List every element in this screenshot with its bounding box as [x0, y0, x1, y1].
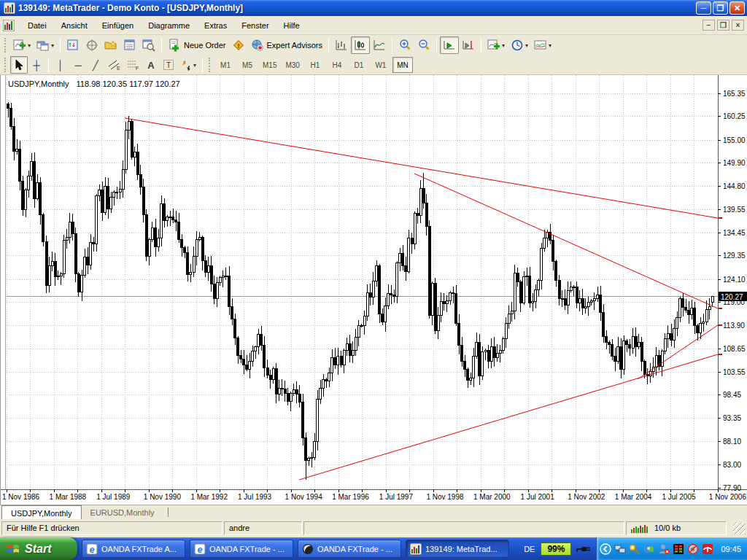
market-watch-button[interactable]	[63, 36, 82, 54]
navigator-button[interactable]	[82, 36, 101, 54]
timeframe-mn-button[interactable]: MN	[392, 57, 413, 73]
menu-ansicht[interactable]: Ansicht	[54, 18, 95, 33]
timeframe-d1-button[interactable]: D1	[349, 57, 369, 73]
auto-scroll-button[interactable]	[440, 36, 459, 54]
title-bar: 139149: MetaTrader - Demo Konto - [USDJP…	[0, 0, 747, 16]
vertical-line-tool-button[interactable]: │	[52, 56, 69, 74]
menu-fenster[interactable]: Fenster	[234, 18, 276, 33]
taskbar-button-label: OANDA FXTrade - ...	[317, 545, 392, 553]
toolbar-drag-handle[interactable]	[209, 58, 212, 72]
time-axis-labels[interactable]: 1 Nov 19861 Mar 19881 Jul 19891 Nov 1990…	[2, 489, 746, 501]
hide-icons-chevron[interactable]	[600, 543, 611, 555]
timeframe-m5-button[interactable]: M5	[237, 57, 258, 73]
bar-chart-type-button[interactable]	[332, 36, 351, 54]
ie-icon: e	[194, 543, 206, 555]
tab-usdjpy-monthly[interactable]: USDJPY,Monthly	[1, 505, 82, 519]
timeframe-m30-button[interactable]: M30	[282, 57, 303, 73]
antivirus-icon[interactable]	[702, 543, 713, 555]
taskbar-button-oanda-3[interactable]: OANDA FXTrade - ...	[298, 540, 401, 558]
dropdown-arrow-icon: ▾	[549, 42, 551, 49]
toolbar-drag-handle[interactable]	[4, 38, 7, 52]
trendline[interactable]	[638, 325, 718, 379]
zoom-in-button[interactable]	[395, 36, 414, 54]
mdi-close-button[interactable]: ×	[732, 20, 744, 31]
taskbar-button-metatrader[interactable]: 139149: MetaTrad...	[406, 540, 509, 558]
timeframe-h1-button[interactable]: H1	[305, 57, 325, 73]
menu-diagramme[interactable]: Diagramme	[141, 18, 197, 33]
indicators-button[interactable]: ▾	[484, 36, 508, 54]
text-tool-button[interactable]: A	[142, 56, 160, 74]
taskbar: Start e OANDA FXTrade A... e OANDA FXTra…	[0, 537, 747, 560]
strategy-tester-button[interactable]	[139, 36, 158, 54]
taskbar-clock[interactable]: 09:45	[721, 545, 741, 553]
tester-icon	[142, 39, 155, 52]
templates-button[interactable]: ▾	[531, 36, 554, 54]
battery-percentage[interactable]: 99%	[541, 542, 571, 556]
candlestick-type-button[interactable]	[351, 36, 370, 54]
chart-shift-icon	[462, 39, 475, 52]
mdi-restore-button[interactable]: ❐	[717, 20, 729, 31]
expert-advisors-button[interactable]: Expert Advisors	[248, 36, 325, 54]
chart-area[interactable]: USDJPY,Monthly118.98 120.35 117.97 120.2…	[0, 75, 747, 505]
candlestick-icon	[354, 39, 367, 52]
channel-tool-button[interactable]: E	[104, 56, 123, 74]
restore-button[interactable]: ❐	[713, 1, 728, 15]
language-indicator[interactable]: DE	[524, 545, 535, 553]
timeframe-m15-button[interactable]: M15	[259, 57, 280, 73]
timeframe-m1-button[interactable]: M1	[215, 57, 236, 73]
traffic-meter-icon[interactable]	[673, 543, 684, 555]
mdi-minimize-button[interactable]: −	[703, 20, 715, 31]
neue-order-button[interactable]: Neue Order	[165, 36, 228, 54]
y-axis-label: 77.90	[723, 484, 741, 492]
menu-extras[interactable]: Extras	[197, 18, 234, 33]
menu-datei[interactable]: Datei	[20, 18, 54, 33]
trendlines[interactable]	[125, 118, 718, 480]
menu-hilfe[interactable]: Hilfe	[276, 18, 307, 33]
arrows-tool-button[interactable]: ▾	[177, 56, 199, 74]
network-icon[interactable]	[614, 543, 626, 555]
messenger-icon[interactable]	[643, 543, 655, 555]
offline-user-icon[interactable]	[658, 543, 670, 555]
security-key-icon[interactable]	[629, 543, 640, 555]
bar-chart-icon	[335, 39, 348, 52]
taskbar-button-oanda-1[interactable]: e OANDA FXTrade A...	[82, 540, 185, 558]
minimize-button[interactable]: ─	[696, 1, 711, 15]
horizontal-line-tool-button[interactable]: ─	[69, 56, 87, 74]
cursor-tool-button[interactable]	[10, 56, 28, 74]
line-chart-type-button[interactable]	[370, 36, 389, 54]
favorites-button[interactable]	[101, 36, 120, 54]
timeframe-w1-button[interactable]: W1	[371, 57, 391, 73]
x-axis-label: 1 Jul 1993	[238, 493, 272, 501]
timeframe-h4-button[interactable]: H4	[327, 57, 347, 73]
alerts-button[interactable]: !	[229, 36, 248, 54]
price-chart[interactable]: 165.35160.25155.00149.90144.80139.55134.…	[1, 75, 747, 505]
equidistant-channel-icon: E	[107, 59, 120, 71]
trendline[interactable]	[414, 174, 718, 308]
trendline-tool-button[interactable]: ╱	[87, 56, 104, 74]
close-button[interactable]: ✕	[729, 1, 745, 15]
muted-speaker-icon[interactable]	[687, 543, 699, 555]
arrow-shapes-icon	[180, 59, 192, 71]
x-axis-label: 1 Nov 1998	[426, 493, 464, 501]
toolbar-drag-handle[interactable]	[4, 58, 7, 72]
profiles-button[interactable]: ▾	[34, 36, 57, 54]
crosshair-tool-button[interactable]: ┼	[28, 56, 45, 74]
text-label-icon: T	[163, 59, 174, 71]
start-button[interactable]: Start	[0, 537, 77, 560]
tab-eurusd-monthly[interactable]: EURUSD,Monthly	[82, 505, 163, 519]
power-plug-icon	[576, 543, 592, 555]
resize-grip[interactable]	[733, 522, 746, 534]
chart-shift-button[interactable]	[459, 36, 478, 54]
metatrader-icon	[410, 543, 422, 555]
taskbar-button-oanda-2[interactable]: e OANDA FXTrade - ...	[190, 540, 293, 558]
periods-button[interactable]: ▾	[508, 36, 531, 54]
fibonacci-icon: F	[126, 59, 139, 71]
fibonacci-tool-button[interactable]: F	[123, 56, 142, 74]
text-label-tool-button[interactable]: T	[160, 56, 177, 74]
new-chart-button[interactable]: ▾	[10, 36, 34, 54]
price-axis-labels[interactable]: 165.35160.25155.00149.90144.80139.55134.…	[718, 90, 746, 492]
text-tool-icon: A	[147, 61, 154, 70]
menu-einfuegen[interactable]: Einfügen	[95, 18, 141, 33]
data-window-button[interactable]	[120, 36, 139, 54]
zoom-out-button[interactable]	[414, 36, 433, 54]
